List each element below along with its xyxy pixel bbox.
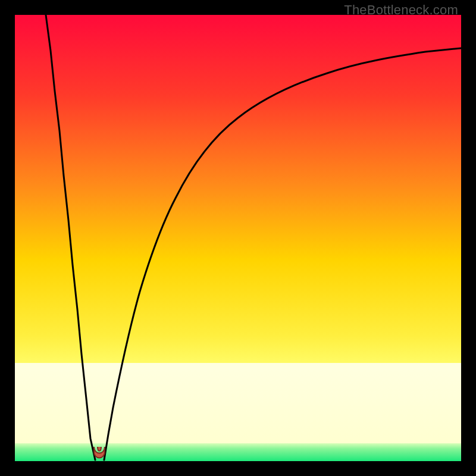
optimum-marker [94,447,105,458]
chart-frame [15,15,461,461]
curve-left [46,15,95,460]
curves-layer [15,15,461,461]
curve-right [104,48,461,460]
plot-area [15,15,461,461]
watermark-text: TheBottleneck.com [344,2,458,18]
